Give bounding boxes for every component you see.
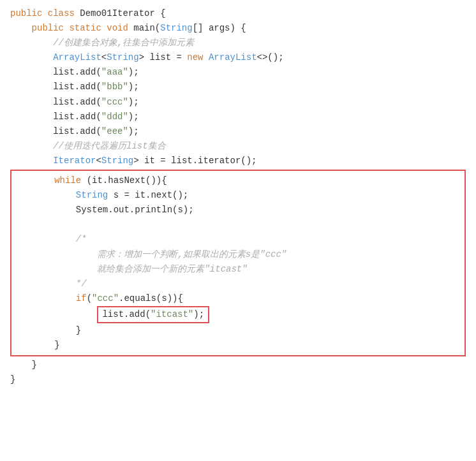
line-6: list.add("bbb");	[10, 80, 466, 94]
line-8: list.add("ddd");	[10, 110, 466, 124]
println-line: System.out.println(s);	[11, 203, 459, 217]
code-container: public class Demo01Iterator { public sta…	[0, 0, 476, 461]
class-close: }	[10, 372, 466, 387]
inner-box-line: list.add("itcast");	[11, 306, 459, 323]
if-close: }	[11, 323, 459, 338]
line-10: //使用迭代器遍历list集合	[10, 139, 466, 154]
blank-line-1	[11, 217, 459, 232]
while-line: while (it.hasNext()){	[11, 173, 459, 188]
outer-highlighted-box: while (it.hasNext()){ String s = it.next…	[10, 170, 466, 356]
while-close: }	[11, 338, 459, 353]
string-s-line: String s = it.next();	[11, 188, 459, 203]
line-4: ArrayList<String> list = new ArrayList<>…	[10, 50, 466, 65]
if-line: if("ccc".equals(s)){	[11, 291, 459, 306]
comment-open: /*	[11, 232, 459, 247]
line-1: public class Demo01Iterator {	[10, 6, 466, 21]
line-5: list.add("aaa");	[10, 65, 466, 80]
comment-zh-2: 就给集合添加一个新的元素"itcast"	[11, 262, 459, 277]
line-7: list.add("ccc");	[10, 95, 466, 110]
line-2: public static void main(String[] args) {	[10, 21, 466, 36]
comment-close: */	[11, 277, 459, 291]
line-3: //创建集合对象,往集合中添加元素	[10, 36, 466, 50]
comment-zh-1: 需求：增加一个判断,如果取出的元素s是"ccc"	[11, 247, 459, 262]
line-9: list.add("eee");	[10, 124, 466, 139]
method-close: }	[10, 358, 466, 372]
line-11: Iterator<String> it = list.iterator();	[10, 154, 466, 168]
inner-highlighted-box: list.add("itcast");	[97, 306, 209, 323]
